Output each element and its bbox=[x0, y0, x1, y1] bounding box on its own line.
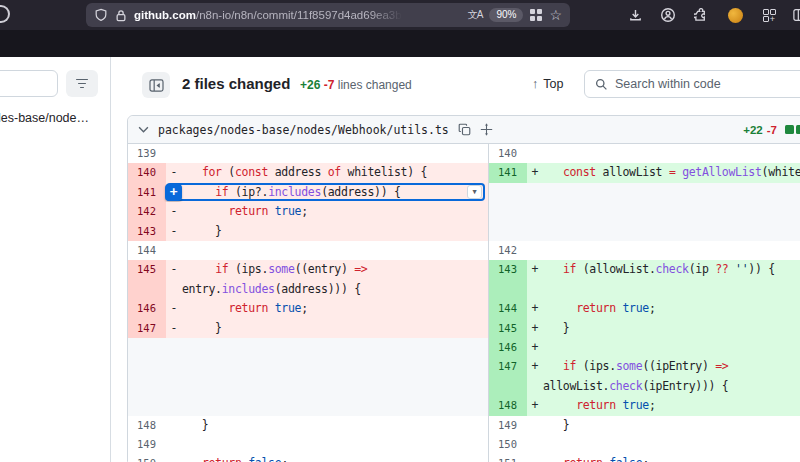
sidebar-collapse-icon bbox=[149, 79, 164, 92]
account-icon[interactable] bbox=[655, 2, 681, 28]
diff-marker bbox=[166, 454, 182, 462]
file-path[interactable]: packages/nodes-base/nodes/Webhook/utils.… bbox=[158, 123, 449, 137]
line-number[interactable]: 149 bbox=[128, 435, 166, 454]
diff-blocks bbox=[785, 125, 800, 134]
diff-row: 148+ return true; bbox=[489, 396, 800, 415]
deletions-count: -7 bbox=[324, 78, 335, 92]
code-cell: if (ip?.includes(address)) {+▼ bbox=[182, 183, 488, 202]
code-cell bbox=[543, 241, 800, 260]
sidebar-toggle-icon[interactable] bbox=[788, 2, 800, 28]
files-changed-title: 2 files changed bbox=[182, 75, 290, 92]
line-number[interactable]: 147 bbox=[128, 319, 166, 338]
diff-row: 143+ if (allowList.check(ip ?? '')) { bbox=[489, 260, 800, 299]
code-cell bbox=[182, 241, 488, 260]
diff-marker bbox=[527, 144, 543, 163]
line-number[interactable]: 140 bbox=[128, 163, 166, 182]
line-number[interactable]: 140 bbox=[489, 144, 527, 163]
code-cell: } bbox=[543, 416, 800, 435]
file-tree-sidebar: les-base/node… bbox=[0, 57, 111, 462]
addition-block bbox=[796, 125, 800, 134]
diff-marker: - bbox=[166, 163, 182, 182]
line-number[interactable]: 144 bbox=[128, 241, 166, 260]
file-diff-container: packages/nodes-base/nodes/Webhook/utils.… bbox=[127, 115, 800, 462]
filter-button[interactable] bbox=[66, 70, 98, 97]
diff-row: 143- } bbox=[128, 222, 488, 241]
shield-icon[interactable] bbox=[94, 8, 108, 22]
line-number[interactable]: 147 bbox=[489, 357, 527, 396]
line-number[interactable]: 145 bbox=[489, 319, 527, 338]
download-icon[interactable] bbox=[622, 2, 648, 28]
line-number[interactable]: 143 bbox=[489, 260, 527, 299]
file-tree-item[interactable]: les-base/node… bbox=[0, 111, 89, 125]
diff-row: 141+ const allowList = getAllowList(whit… bbox=[489, 163, 800, 182]
diff-marker: + bbox=[527, 163, 543, 182]
line-number[interactable]: 151 bbox=[489, 454, 527, 462]
add-comment-button[interactable]: + bbox=[165, 184, 182, 201]
diff-row: 141 if (ip?.includes(address)) {+▼ bbox=[128, 183, 488, 202]
code-cell: return false; bbox=[543, 454, 800, 462]
browser-tab-bar: CD Segurança – Conver… bbox=[0, 30, 800, 57]
line-number[interactable]: 148 bbox=[489, 396, 527, 415]
search-within-code-input[interactable]: Search within code bbox=[584, 70, 800, 98]
search-icon bbox=[595, 78, 608, 91]
diff-marker bbox=[166, 241, 182, 260]
line-number[interactable]: 142 bbox=[489, 241, 527, 260]
line-number[interactable]: 141 bbox=[489, 163, 527, 182]
lines-changed-stats: +26 -7 lines changed bbox=[300, 78, 412, 92]
diff-row: 147- } bbox=[128, 319, 488, 338]
diff-marker: + bbox=[527, 338, 543, 357]
translate-icon[interactable]: 文A bbox=[468, 8, 483, 22]
containers-grid-icon[interactable] bbox=[530, 9, 542, 21]
code-cell: return false; bbox=[182, 454, 488, 462]
line-number[interactable]: 150 bbox=[489, 435, 527, 454]
code-cell: } bbox=[182, 222, 488, 241]
line-number[interactable]: 148 bbox=[128, 416, 166, 435]
extension-puzzle-icon[interactable] bbox=[688, 2, 714, 28]
code-cell bbox=[182, 435, 488, 454]
copy-path-icon[interactable] bbox=[458, 123, 471, 136]
code-cell: return true; bbox=[543, 299, 800, 318]
diff-marker bbox=[166, 144, 182, 163]
line-number[interactable]: 141 bbox=[128, 183, 166, 202]
line-number[interactable]: 145 bbox=[128, 260, 166, 299]
extension-orange-icon[interactable] bbox=[722, 2, 748, 28]
diff-marker bbox=[527, 241, 543, 260]
diff-filler-row bbox=[489, 183, 800, 241]
line-number[interactable]: 150 bbox=[128, 454, 166, 462]
diff-row: 150 return false; bbox=[128, 454, 488, 462]
search-placeholder: Search within code bbox=[615, 77, 721, 91]
arrow-up-icon: ↑ bbox=[532, 77, 538, 91]
extensions-grid-plus-icon[interactable]: + bbox=[756, 2, 782, 28]
diff-row: 146+ bbox=[489, 338, 800, 357]
code-cell bbox=[543, 435, 800, 454]
lock-icon[interactable] bbox=[115, 9, 127, 22]
file-filter-input[interactable] bbox=[0, 70, 58, 97]
line-menu-caret[interactable]: ▼ bbox=[467, 185, 482, 199]
line-number[interactable]: 139 bbox=[128, 144, 166, 163]
code-cell: return true; bbox=[182, 202, 488, 221]
url-bar[interactable]: github.com/n8n-io/n8n/commit/11f8597d4ad… bbox=[86, 3, 570, 27]
bookmark-star-icon[interactable]: ☆ bbox=[549, 7, 562, 23]
diff-marker bbox=[527, 454, 543, 462]
back-to-top-link[interactable]: ↑ Top bbox=[532, 77, 563, 91]
diff-marker: + bbox=[527, 357, 543, 396]
diff-marker bbox=[527, 435, 543, 454]
line-number[interactable]: 149 bbox=[489, 416, 527, 435]
code-cell: return true; bbox=[543, 396, 800, 415]
diff-row: 147+ if (ips.some((ipEntry) =>allowList.… bbox=[489, 357, 800, 396]
reload-icon[interactable] bbox=[0, 5, 10, 23]
chevron-down-icon[interactable] bbox=[138, 126, 149, 133]
diff-filler-row bbox=[128, 338, 488, 416]
line-number[interactable]: 144 bbox=[489, 299, 527, 318]
diff-marker bbox=[166, 435, 182, 454]
collapse-file-tree-button[interactable] bbox=[142, 72, 170, 98]
code-cell: return true; bbox=[182, 299, 488, 318]
url-text: github.com/n8n-io/n8n/commit/11f8597d4ad… bbox=[134, 9, 402, 21]
line-number[interactable]: 146 bbox=[489, 338, 527, 357]
diff-row: 139 bbox=[128, 144, 488, 163]
line-number[interactable]: 143 bbox=[128, 222, 166, 241]
zoom-level-badge[interactable]: 90% bbox=[489, 8, 523, 22]
line-number[interactable]: 146 bbox=[128, 299, 166, 318]
drag-handle-icon[interactable] bbox=[480, 123, 493, 136]
line-number[interactable]: 142 bbox=[128, 202, 166, 221]
